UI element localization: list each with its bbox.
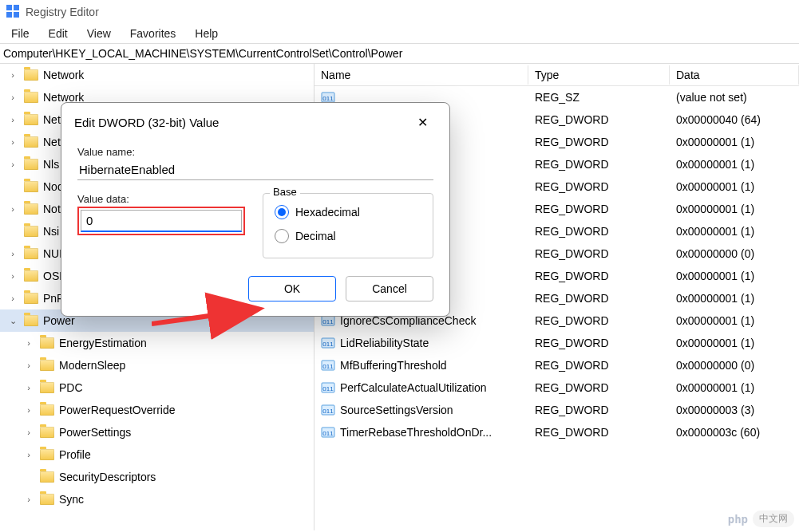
chevron-icon[interactable]: › xyxy=(6,93,19,102)
col-header-type[interactable]: Type xyxy=(528,65,670,85)
value-data: (value not set) xyxy=(670,88,799,107)
tree-item[interactable]: ›PDC xyxy=(0,376,314,399)
col-header-name[interactable]: Name xyxy=(314,65,528,85)
watermark: php 中文网 xyxy=(728,510,794,527)
value-type: REG_DWORD xyxy=(528,177,670,196)
table-row[interactable]: 011LidReliabilityStateREG_DWORD0x0000000… xyxy=(314,332,799,354)
svg-text:011: 011 xyxy=(322,430,334,437)
tree-item[interactable]: ›Sync xyxy=(0,488,314,510)
close-icon[interactable]: ✕ xyxy=(408,111,437,133)
svg-text:011: 011 xyxy=(322,95,334,102)
chevron-icon[interactable]: › xyxy=(22,495,35,504)
chevron-icon[interactable]: › xyxy=(6,294,19,303)
chevron-icon[interactable]: › xyxy=(22,383,35,392)
svg-rect-3 xyxy=(14,12,19,18)
tree-item[interactable]: ›Profile xyxy=(0,443,314,466)
value-type: REG_DWORD xyxy=(528,244,670,263)
tree-item[interactable]: ›Network xyxy=(0,64,314,86)
chevron-icon[interactable]: › xyxy=(6,249,19,258)
tree-item-label: PowerSettings xyxy=(59,426,131,439)
regedit-icon xyxy=(6,5,19,20)
chevron-icon[interactable]: › xyxy=(6,271,19,281)
table-row[interactable]: 011TimerRebaseThresholdOnDr...REG_DWORD0… xyxy=(314,421,799,443)
value-data: 0x00000001 (1) xyxy=(670,177,799,196)
folder-icon xyxy=(24,248,38,259)
value-type: REG_DWORD xyxy=(528,266,670,286)
dec-label: Decimal xyxy=(295,230,336,242)
title-bar: Registry Editor xyxy=(0,0,799,24)
menu-file[interactable]: File xyxy=(3,26,38,41)
folder-icon xyxy=(24,159,38,170)
radio-dec[interactable]: Decimal xyxy=(273,224,423,248)
chevron-icon[interactable]: › xyxy=(22,450,35,459)
dword-value-icon: 011 xyxy=(321,358,335,372)
tree-item[interactable]: ›PowerRequestOverride xyxy=(0,399,314,421)
value-name-field[interactable] xyxy=(77,160,433,180)
cancel-button[interactable]: Cancel xyxy=(346,276,433,301)
chevron-icon[interactable]: › xyxy=(22,338,35,348)
folder-icon xyxy=(24,136,38,148)
folder-icon xyxy=(40,494,54,505)
tree-item-label: Profile xyxy=(59,448,91,461)
chevron-icon[interactable]: › xyxy=(6,160,19,169)
value-data-field[interactable] xyxy=(81,210,242,232)
value-data: 0x00000040 (64) xyxy=(670,110,799,129)
folder-icon xyxy=(24,69,38,81)
table-row[interactable]: 011SourceSettingsVersionREG_DWORD0x00000… xyxy=(314,399,799,421)
tree-item[interactable]: ›PowerSettings xyxy=(0,421,314,443)
menu-help[interactable]: Help xyxy=(187,26,226,41)
table-row[interactable]: 011PerfCalculateActualUtilizationREG_DWO… xyxy=(314,376,799,399)
value-data: 0x00000001 (1) xyxy=(670,289,799,308)
base-label: Base xyxy=(270,186,300,198)
address-bar[interactable]: Computer\HKEY_LOCAL_MACHINE\SYSTEM\Curre… xyxy=(0,43,799,64)
chevron-icon[interactable]: › xyxy=(6,137,19,147)
menu-view[interactable]: View xyxy=(79,26,119,41)
col-header-data[interactable]: Data xyxy=(670,65,799,85)
svg-text:011: 011 xyxy=(322,408,334,415)
table-row[interactable]: 011MfBufferingThresholdREG_DWORD0x000000… xyxy=(314,354,799,376)
folder-icon xyxy=(24,92,38,103)
tree-item[interactable]: ›EnergyEstimation xyxy=(0,332,314,354)
value-type: REG_DWORD xyxy=(528,222,670,241)
value-name: MfBufferingThreshold xyxy=(340,359,447,372)
chevron-icon[interactable]: › xyxy=(22,428,35,437)
folder-icon xyxy=(24,293,38,304)
value-data: 0x00000001 (1) xyxy=(670,199,799,219)
value-name: TimerRebaseThresholdOnDr... xyxy=(340,426,492,439)
dword-value-icon: 011 xyxy=(321,380,335,395)
value-name: LidReliabilityState xyxy=(340,337,429,349)
value-data: 0x00000000 (0) xyxy=(670,244,799,263)
value-data: 0x00000001 (1) xyxy=(670,333,799,353)
value-type: REG_DWORD xyxy=(528,333,670,353)
chevron-icon[interactable]: › xyxy=(22,361,35,370)
ok-button[interactable]: OK xyxy=(248,276,336,301)
chevron-icon[interactable]: › xyxy=(22,405,35,415)
value-name-label: Value name: xyxy=(77,146,433,158)
chevron-icon[interactable]: › xyxy=(6,115,19,124)
svg-text:011: 011 xyxy=(322,385,334,392)
value-data: 0x00000003 (3) xyxy=(670,400,799,420)
menu-favorites[interactable]: Favorites xyxy=(122,26,184,41)
tree-item-label: Sync xyxy=(59,493,84,506)
dword-value-icon: 011 xyxy=(321,425,335,439)
menu-edit[interactable]: Edit xyxy=(41,26,76,41)
watermark-text: 中文网 xyxy=(753,510,794,527)
value-data: 0x00000000 (0) xyxy=(670,356,799,375)
value-type: REG_DWORD xyxy=(528,199,670,219)
chevron-icon[interactable]: ⌄ xyxy=(6,316,19,326)
value-type: REG_SZ xyxy=(528,88,670,107)
svg-rect-0 xyxy=(6,5,12,10)
radio-hex[interactable]: Hexadecimal xyxy=(273,200,423,224)
chevron-icon[interactable]: › xyxy=(6,204,19,214)
dword-value-icon: 011 xyxy=(321,403,335,417)
folder-icon xyxy=(40,404,54,416)
tree-item[interactable]: ›ModernSleep xyxy=(0,354,314,376)
watermark-php: php xyxy=(728,513,748,526)
chevron-icon[interactable]: › xyxy=(6,70,19,80)
tree-item[interactable]: SecurityDescriptors xyxy=(0,466,314,488)
value-type: REG_DWORD xyxy=(528,423,670,442)
value-data: 0x00000001 (1) xyxy=(670,132,799,152)
folder-icon xyxy=(24,226,38,237)
radio-icon-checked xyxy=(275,205,289,219)
tree-item-label: SecurityDescriptors xyxy=(59,471,156,483)
